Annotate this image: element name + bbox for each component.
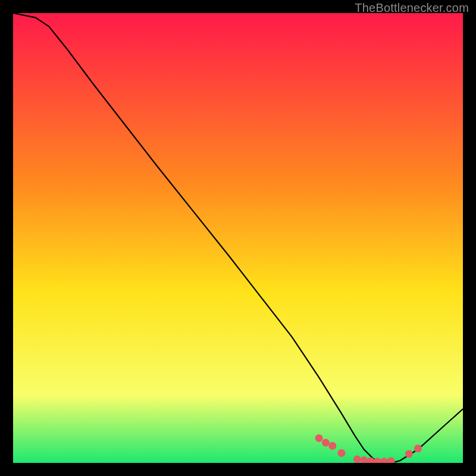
gradient-background (13, 13, 463, 463)
curve-marker (315, 434, 323, 442)
chart-container: TheBottlenecker.com (0, 0, 476, 476)
curve-marker (322, 439, 330, 447)
curve-marker (414, 444, 422, 452)
curve-marker (353, 456, 361, 464)
chart-svg (13, 13, 463, 463)
curve-marker (328, 442, 336, 450)
plot-area (13, 13, 463, 463)
curve-marker (405, 450, 413, 458)
curve-marker (337, 449, 345, 457)
